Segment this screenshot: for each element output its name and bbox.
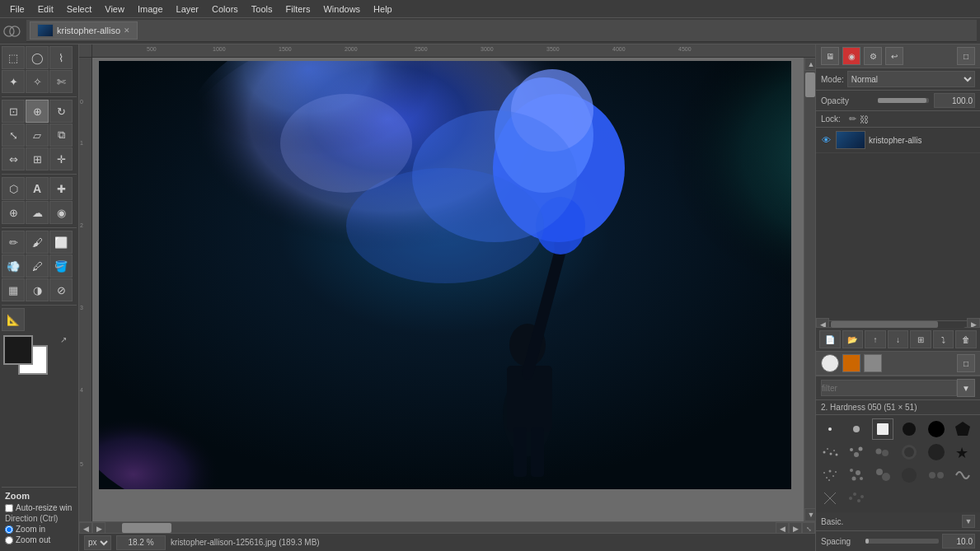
scrollbar-v-thumb[interactable]: [805, 72, 815, 97]
canvas-scroll[interactable]: 0 1 2 3 4 5: [79, 58, 815, 521]
tool-scissors[interactable]: ✄: [49, 70, 73, 93]
tool-dodge[interactable]: ◑: [26, 278, 49, 301]
brush-sample-16[interactable]: [898, 465, 920, 486]
brush-preset-3[interactable]: [864, 354, 882, 372]
tool-color-select[interactable]: ✧: [26, 70, 49, 93]
brush-filter-expand[interactable]: ▼: [957, 379, 975, 397]
tool-perspective[interactable]: ⧉: [49, 124, 73, 147]
scrollbar-vertical[interactable]: ▲ ▼: [804, 58, 815, 521]
image-canvas[interactable]: [99, 61, 791, 489]
tool-gradient[interactable]: ▦: [2, 278, 25, 301]
tool-eraser[interactable]: ⬜: [49, 231, 73, 254]
spacing-value[interactable]: 10.0: [942, 534, 975, 549]
fg-color-swatch[interactable]: [3, 335, 33, 365]
tab-close-icon[interactable]: ✕: [124, 26, 130, 35]
tool-fill[interactable]: 🪣: [49, 254, 73, 278]
scrollbar-horizontal[interactable]: [106, 522, 776, 533]
menu-windows[interactable]: Windows: [317, 2, 367, 16]
brush-sample-10[interactable]: [898, 441, 920, 463]
menu-help[interactable]: Help: [367, 2, 399, 16]
scrollbar-v-down[interactable]: ▼: [804, 508, 815, 521]
tool-free-select[interactable]: ⌇: [49, 46, 73, 69]
brush-sample-14[interactable]: [846, 465, 867, 486]
scrollbar-v-up[interactable]: ▲: [804, 58, 815, 71]
menu-image[interactable]: Image: [131, 2, 170, 16]
menu-select[interactable]: Select: [60, 2, 99, 16]
brush-sample-20[interactable]: [846, 488, 867, 509]
spacing-slider[interactable]: [865, 539, 939, 544]
tool-rect-select[interactable]: ⬚: [2, 46, 25, 69]
tool-move[interactable]: ✛: [49, 147, 73, 170]
lock-pencil-icon[interactable]: ✏: [849, 114, 856, 124]
tool-text[interactable]: A: [26, 177, 49, 200]
opacity-value[interactable]: 100.0: [934, 93, 975, 108]
tool-scale[interactable]: ⤡: [2, 124, 25, 147]
tool-rotate[interactable]: ↻: [49, 100, 73, 123]
brush-sample-9[interactable]: [872, 441, 893, 463]
swap-colors-icon[interactable]: ↗: [60, 335, 67, 344]
image-tab[interactable]: kristopher-alliso ✕: [30, 21, 138, 40]
menu-colors[interactable]: Colors: [205, 2, 245, 16]
brush-filter-input[interactable]: [821, 380, 957, 396]
brush-sample-11[interactable]: [926, 441, 947, 463]
merge-layer-btn[interactable]: ⤵: [933, 330, 954, 348]
tool-measure[interactable]: 📐: [2, 308, 25, 331]
scrollbar-v-track[interactable]: [804, 71, 815, 508]
menu-edit[interactable]: Edit: [31, 2, 60, 16]
brush-sample-15[interactable]: [872, 465, 893, 486]
brush-sample-17[interactable]: [926, 465, 947, 486]
panel-icon-settings[interactable]: ⚙: [864, 47, 882, 65]
menu-view[interactable]: View: [98, 2, 131, 16]
brush-sample-6[interactable]: [952, 418, 973, 440]
raise-layer-btn[interactable]: ↑: [865, 330, 886, 348]
layer-item[interactable]: 👁 kristopher-allis: [816, 128, 980, 153]
brushes-collapse-btn[interactable]: □: [957, 354, 975, 372]
tool-path[interactable]: ⬡: [2, 177, 25, 200]
tool-heal[interactable]: ✚: [49, 177, 73, 200]
layer-visibility-icon[interactable]: 👁: [819, 133, 832, 147]
lock-chain-icon[interactable]: ⛓: [860, 114, 869, 124]
zoom-in-input[interactable]: [5, 525, 13, 534]
tool-zoom[interactable]: ⊕: [26, 100, 49, 123]
brush-sample-19[interactable]: [819, 488, 841, 509]
copy-layer-btn[interactable]: ⊞: [910, 330, 931, 348]
brush-sample-18[interactable]: [952, 465, 973, 486]
brush-sample-8[interactable]: [846, 441, 867, 463]
tool-clone[interactable]: ⊕: [2, 201, 25, 224]
tool-ink[interactable]: 🖊: [26, 254, 49, 278]
lower-layer-btn[interactable]: ↓: [888, 330, 909, 348]
new-layer-btn[interactable]: 📄: [819, 330, 841, 348]
tool-brush[interactable]: 🖌: [26, 231, 49, 254]
panel-icon-color[interactable]: ◉: [842, 47, 860, 65]
panel-collapse-btn[interactable]: □: [957, 47, 975, 65]
panel-icon-undo[interactable]: ↩: [885, 47, 903, 65]
brush-sample-2[interactable]: [846, 418, 867, 440]
tool-flip[interactable]: ⇔: [2, 147, 25, 170]
menu-filters[interactable]: Filters: [279, 2, 317, 16]
tool-align[interactable]: ⊞: [26, 147, 49, 170]
panel-icon-screen[interactable]: 🖥: [821, 47, 839, 65]
tool-fuzzy-select[interactable]: ✦: [2, 70, 25, 93]
brush-preset-1[interactable]: [821, 354, 839, 372]
zoom-out-input[interactable]: [5, 536, 13, 544]
unit-select[interactable]: px: [84, 535, 111, 550]
open-layer-btn[interactable]: 📂: [842, 330, 864, 348]
brush-set-expand-btn[interactable]: ▼: [962, 515, 975, 528]
brush-preset-2[interactable]: [842, 354, 860, 372]
tool-colorpick[interactable]: ⊘: [49, 278, 73, 301]
brush-sample-1[interactable]: [819, 418, 841, 440]
tool-smudge[interactable]: ☁: [26, 201, 49, 224]
menu-file[interactable]: File: [3, 2, 31, 16]
scrollbar-h-thumb[interactable]: [122, 523, 171, 533]
brush-sample-7[interactable]: [819, 441, 841, 463]
brush-sample-5[interactable]: [926, 418, 947, 440]
opacity-slider[interactable]: [878, 98, 930, 103]
menu-tools[interactable]: Tools: [245, 2, 279, 16]
menu-layer[interactable]: Layer: [170, 2, 206, 16]
brush-sample-4[interactable]: [898, 418, 920, 440]
layers-scroll-bar[interactable]: [831, 321, 965, 328]
tool-ellipse-select[interactable]: ◯: [26, 46, 49, 69]
tool-shear[interactable]: ▱: [26, 124, 49, 147]
delete-layer-btn[interactable]: 🗑: [955, 330, 977, 348]
brush-sample-3[interactable]: [872, 418, 893, 440]
